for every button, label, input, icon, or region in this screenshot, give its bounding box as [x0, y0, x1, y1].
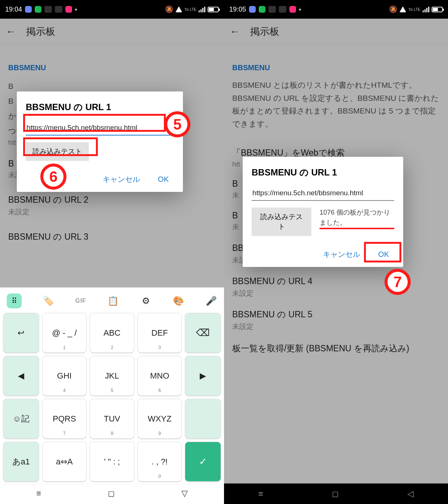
key[interactable]: a⇔A — [42, 442, 87, 482]
page-title: 掲示板 — [250, 25, 279, 38]
battery-icon — [208, 7, 219, 12]
key[interactable]: ABC2 — [90, 313, 134, 353]
key-right[interactable]: ▶ — [185, 356, 221, 396]
section-header: BBSMENU — [8, 63, 216, 72]
mute-icon: 🔕 — [389, 5, 397, 13]
status-app-icon — [249, 6, 256, 13]
cancel-button[interactable]: キャンセル — [321, 246, 363, 262]
list-item-sub: 未設定 — [232, 289, 440, 298]
key-backspace[interactable]: ⌫ — [185, 313, 221, 353]
section-header: BBSMENU — [232, 63, 440, 72]
key[interactable]: MNO6 — [137, 356, 182, 396]
nav-back-icon[interactable]: ◁ — [407, 489, 414, 499]
wifi-icon — [399, 6, 406, 12]
back-icon[interactable]: ← — [6, 26, 16, 37]
nav-home-icon[interactable]: ◻ — [108, 489, 115, 498]
list-item[interactable]: BBSMENU の URL 5 — [232, 309, 440, 320]
signal-icon — [199, 6, 205, 12]
ok-button[interactable]: OK — [156, 171, 171, 187]
nav-bar: ≡ ◻ ◁ — [224, 483, 448, 504]
clipboard-icon[interactable]: 📋 — [107, 295, 119, 307]
key[interactable]: DEF3 — [137, 313, 182, 353]
keyboard-app-icon[interactable]: ⠿ — [7, 293, 22, 308]
status-app-icon — [65, 6, 72, 13]
nav-home-icon[interactable]: ◻ — [332, 489, 339, 499]
url-dialog: BBSMENU の URL 1 読み込みテスト 1076 個の板が見つかりました… — [243, 157, 403, 267]
test-result-text: 1076 個の板が見つかりました。 — [320, 208, 394, 229]
app-bar: ← 掲示板 — [224, 19, 448, 45]
status-more-icon — [299, 9, 301, 10]
app-bar: ← 掲示板 — [0, 19, 224, 45]
refresh-item[interactable]: 板一覧を取得/更新 (BBSMENU を再読み込み) — [232, 342, 440, 355]
test-load-button[interactable]: 読み込みテスト — [26, 142, 89, 161]
key[interactable]: TUV8 — [90, 399, 134, 439]
step-badge: 6 — [40, 164, 66, 190]
url-input[interactable] — [26, 121, 174, 136]
key-undo[interactable]: ↩ — [3, 313, 39, 353]
cancel-button[interactable]: キャンセル — [100, 171, 142, 187]
key[interactable]: @ - _ /1 — [42, 313, 87, 353]
key-emoji[interactable]: ☺記 — [3, 399, 39, 439]
status-app-icon — [25, 6, 32, 13]
key-mode[interactable]: あa1 — [3, 442, 39, 482]
dialog-title: BBSMENU の URL 1 — [26, 101, 174, 113]
key-space[interactable] — [185, 399, 221, 439]
status-app-icon — [55, 6, 62, 13]
mic-icon[interactable]: 🎤 — [205, 295, 217, 307]
back-icon[interactable]: ← — [230, 26, 240, 37]
ok-button[interactable]: OK — [376, 246, 391, 262]
wifi-icon — [175, 6, 182, 12]
status-app-icon — [35, 6, 41, 13]
battery-icon — [432, 7, 443, 12]
palette-icon[interactable]: 🎨 — [172, 295, 184, 307]
nav-recent-icon[interactable]: ≡ — [36, 489, 41, 498]
dialog-title: BBSMENU の URL 1 — [252, 167, 394, 178]
status-bar: 19:05 🔕 Yo LTE — [224, 0, 448, 19]
key[interactable]: GHI4 — [42, 356, 87, 396]
list-item-sub: 未設定 — [8, 207, 216, 217]
status-more-icon — [75, 9, 77, 10]
list-item[interactable]: BBSMENU の URL 3 — [8, 231, 216, 243]
status-time: 19:05 — [229, 6, 246, 13]
mute-icon: 🔕 — [165, 5, 173, 13]
key[interactable]: PQRS7 — [42, 399, 87, 439]
url-input[interactable] — [252, 187, 394, 201]
key-left[interactable]: ◀ — [3, 356, 39, 396]
settings-icon[interactable]: ⚙ — [140, 295, 152, 307]
sticker-icon[interactable]: 🏷️ — [43, 295, 55, 307]
step-badge: 5 — [164, 111, 190, 137]
status-app-icon — [259, 6, 265, 13]
status-time: 19:04 — [5, 6, 22, 13]
network-type-icon: Yo LTE — [408, 7, 420, 12]
status-bar: 19:04 🔕 Yo LTE — [0, 0, 224, 19]
page-title: 掲示板 — [26, 25, 55, 38]
list-item[interactable]: BBSMENU の URL 2 — [8, 194, 216, 206]
key[interactable]: . , ?!0 — [137, 442, 182, 482]
nav-recent-icon[interactable]: ≡ — [258, 489, 263, 499]
key[interactable]: WXYZ9 — [137, 399, 182, 439]
status-app-icon — [44, 6, 52, 13]
status-app-icon — [289, 6, 296, 13]
gif-button[interactable]: GIF — [75, 298, 86, 304]
test-load-button[interactable]: 読み込みテスト — [252, 208, 311, 236]
step-badge: 7 — [385, 269, 411, 295]
key-enter[interactable]: ✓ — [185, 442, 221, 482]
network-type-icon: Yo LTE — [184, 7, 196, 12]
list-item-sub: 未設定 — [232, 322, 440, 332]
key[interactable]: JKL5 — [90, 356, 134, 396]
section-description: BBSMENU とは板のリストが書かれたHTMLです。BBSMENU の URL… — [232, 79, 440, 131]
status-app-icon — [268, 6, 276, 13]
status-app-icon — [279, 6, 286, 13]
key[interactable]: ' " : ; — [90, 442, 134, 482]
signal-icon — [423, 6, 429, 12]
nav-back-icon[interactable]: ▽ — [181, 489, 188, 498]
software-keyboard[interactable]: ⠿ 🏷️ GIF 📋 ⚙ 🎨 🎤 ↩ @ - _ /1 ABC2 DEF3 ⌫ … — [0, 287, 224, 504]
